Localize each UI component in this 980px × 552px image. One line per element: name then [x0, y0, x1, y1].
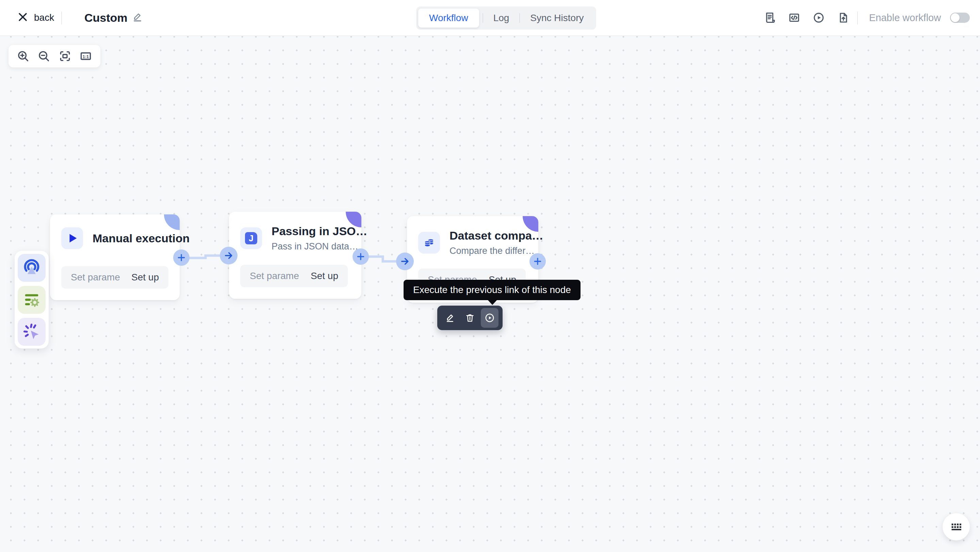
log-document-icon[interactable]: [763, 11, 776, 24]
json-letter: J: [245, 232, 257, 244]
enable-workflow-label: Enable workflow: [869, 0, 941, 35]
back-button[interactable]: back: [17, 0, 54, 35]
fit-view-icon[interactable]: [58, 49, 72, 63]
tooltip-caret: [487, 299, 498, 305]
code-icon[interactable]: [788, 11, 801, 24]
dataset-icon: [418, 232, 440, 253]
click-spark-icon[interactable]: [18, 318, 46, 346]
add-node-button[interactable]: [530, 253, 546, 270]
run-play-icon[interactable]: [812, 11, 825, 24]
add-node-button[interactable]: [353, 248, 369, 265]
node-title: Manual execution: [92, 232, 189, 245]
param-label: Set parame: [250, 270, 299, 282]
rename-workflow-button[interactable]: [132, 0, 143, 35]
list-settings-icon[interactable]: [18, 286, 46, 314]
setup-button[interactable]: Set up: [131, 272, 159, 283]
link-arrow-button[interactable]: [220, 247, 237, 264]
json-icon: J: [240, 227, 262, 249]
divider: [857, 11, 858, 24]
edit-pencil-icon[interactable]: [441, 308, 459, 328]
tooltip: Execute the previous link of this node: [404, 280, 581, 300]
canvas-zoom-toolbar: 1:1: [8, 45, 100, 67]
setup-button[interactable]: Set up: [311, 270, 338, 282]
manual-trigger-icon[interactable]: [18, 254, 46, 282]
toolbar-icon-group: [763, 0, 850, 35]
link-arrow-button[interactable]: [396, 253, 414, 270]
delete-trash-icon[interactable]: [461, 308, 479, 328]
view-tabs: Workflow Log Sync History: [416, 6, 596, 30]
node-manual-execution[interactable]: Manual execution Set parame Set up: [50, 215, 180, 300]
zoom-out-icon[interactable]: [37, 49, 51, 63]
param-label: Set parame: [71, 272, 120, 283]
top-bar: back Custom Workflow Log Sync History: [0, 0, 980, 36]
add-node-button[interactable]: [173, 250, 189, 266]
tab-log[interactable]: Log: [483, 8, 520, 27]
keyboard-shortcuts-button[interactable]: [943, 513, 970, 541]
svg-text:1:1: 1:1: [83, 54, 89, 59]
node-title: Dataset compa…: [450, 229, 543, 242]
node-action-toolbar: [437, 305, 503, 330]
node-config-row[interactable]: Set parame Set up: [240, 265, 348, 287]
zoom-in-icon[interactable]: [16, 49, 30, 63]
actual-size-icon[interactable]: 1:1: [79, 49, 92, 63]
node-config-row[interactable]: Set parame Set up: [61, 266, 169, 289]
workflow-editor: back Custom Workflow Log Sync History: [0, 0, 980, 552]
toggle-knob: [951, 13, 959, 22]
enable-workflow-toggle[interactable]: [950, 13, 970, 23]
edit-pencil-icon: [132, 11, 143, 24]
node-passing-json[interactable]: J Passing in JSO… Pass in JSON data… Set…: [229, 212, 361, 299]
close-icon: [17, 11, 29, 24]
tab-sync-history[interactable]: Sync History: [520, 8, 594, 27]
workflow-canvas[interactable]: 1:1: [0, 36, 980, 552]
export-file-icon[interactable]: [837, 11, 850, 24]
divider: [61, 11, 62, 24]
node-subtitle: Pass in JSON data…: [272, 241, 368, 252]
workflow-title: Custom: [84, 0, 127, 35]
node-subtitle: Compare the differ…: [450, 246, 543, 256]
back-label: back: [34, 12, 54, 23]
trigger-type-panel: [14, 251, 49, 348]
play-icon: [61, 227, 83, 249]
execute-previous-icon[interactable]: [481, 308, 498, 328]
node-title: Passing in JSO…: [272, 224, 368, 238]
tab-workflow[interactable]: Workflow: [418, 8, 479, 27]
